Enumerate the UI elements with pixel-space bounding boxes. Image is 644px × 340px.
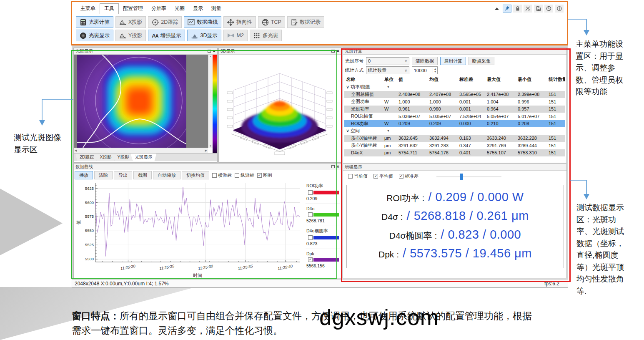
x-axis-label: 时间 bbox=[193, 273, 202, 278]
table-row[interactable]: D4σXμm5754.7115754.1760.4015755.1075753.… bbox=[344, 149, 565, 157]
slider-handle[interactable] bbox=[460, 174, 463, 180]
stat-mode-select[interactable]: 统计数量∨ bbox=[366, 66, 409, 74]
close-icon[interactable]: × bbox=[213, 49, 216, 53]
table-row[interactable]: 全图功率W1.0001.0000.0011.0040.996151 bbox=[344, 98, 565, 106]
legend-checkbox[interactable]: 图例 bbox=[257, 172, 272, 179]
table-row[interactable]: 全图总幅值2.408e+082.407e+083.565e+052.417e+0… bbox=[344, 91, 565, 98]
toggle-mean-button[interactable]: 切换均值 bbox=[182, 171, 209, 179]
tab-2d-track[interactable]: 2D跟踪 bbox=[75, 154, 98, 161]
table-row[interactable]: ROI功率W0.2090.2090.0000.2100.208151 bbox=[344, 120, 565, 128]
table-cell: 0.347 bbox=[459, 143, 487, 148]
button-label: 光斑计算 bbox=[89, 19, 110, 26]
horizontal-scrollbar[interactable]: ◀▶ bbox=[74, 148, 208, 153]
lock-button[interactable] bbox=[513, 5, 522, 13]
save-button[interactable] bbox=[534, 5, 543, 13]
table-row[interactable]: ROI总幅值5.036e+075.035e+077.528e+045.054e+… bbox=[344, 113, 565, 120]
export-button[interactable]: 导出 bbox=[114, 171, 132, 179]
enable-calc-button[interactable]: 启用计算 bbox=[440, 57, 466, 65]
x-projection-button[interactable]: X投影 bbox=[115, 16, 146, 28]
calc-controls-row2: 统计方式 统计数量∨ 10000▲▼ bbox=[345, 66, 438, 74]
tab-y-projection[interactable]: Y投影 bbox=[113, 154, 133, 161]
m2-button[interactable]: M2 bbox=[223, 30, 248, 41]
restore-icon[interactable] bbox=[208, 50, 211, 53]
menu-tab-display[interactable]: 显示 bbox=[189, 4, 207, 14]
tcp-button[interactable]: TCP bbox=[258, 16, 285, 28]
enhance-display-button[interactable]: AA增强显示 bbox=[148, 30, 185, 41]
beam-tab-bar: 2D跟踪 X投影 Y投影 光斑显示 bbox=[74, 153, 218, 161]
table-cell: 0.960 bbox=[429, 106, 459, 111]
display-3d-button[interactable]: 3D显示 bbox=[187, 30, 221, 41]
surface-3d-plot bbox=[219, 55, 341, 162]
font-size-slider[interactable] bbox=[436, 176, 501, 177]
restore-icon[interactable] bbox=[331, 165, 335, 168]
series-checkbox[interactable] bbox=[308, 190, 313, 195]
menu-tab-aperture[interactable]: 光圈 bbox=[170, 4, 189, 14]
pointing-icon bbox=[227, 19, 234, 26]
legend-name: D4σ bbox=[306, 206, 339, 211]
legend-item: D4σ椭圆率 0.823 bbox=[306, 226, 340, 249]
tab-beam-display[interactable]: 光斑显示 bbox=[130, 154, 156, 161]
beam-calc-button[interactable]: 光斑计算 bbox=[76, 16, 113, 28]
legend-value: 5268.781 bbox=[306, 218, 339, 223]
svg-text:5575: 5575 bbox=[85, 214, 94, 219]
current-value-checkbox[interactable]: 当前值 bbox=[348, 173, 368, 179]
table-row[interactable]: 质心Y轴坐标μm3291.6323291.2830.3473291.769328… bbox=[344, 142, 565, 149]
pointing-button[interactable]: 指向性 bbox=[223, 16, 256, 28]
beam-display-button[interactable]: 光斑显示 bbox=[76, 30, 113, 41]
group-row[interactable]: ∨ 功率/能量▼ bbox=[344, 83, 565, 91]
cut-button[interactable] bbox=[524, 5, 532, 13]
main-area: 光斑显示 × bbox=[72, 45, 568, 279]
caption-bold: 窗口特点： bbox=[72, 310, 120, 321]
menu-tab-config[interactable]: 配置管理 bbox=[119, 4, 147, 14]
h-cursor-checkbox[interactable]: 横游标 bbox=[212, 172, 232, 179]
table-cell: 5755.107 bbox=[487, 150, 518, 155]
vertical-scrollbar[interactable]: ▲▼ bbox=[208, 55, 213, 148]
series-checkbox[interactable] bbox=[308, 235, 313, 240]
collapse-button[interactable] bbox=[492, 5, 501, 13]
data-record-button[interactable]: 数据记录 bbox=[287, 16, 324, 28]
table-cell: 1.000 bbox=[429, 99, 459, 104]
data-curve-button[interactable]: 数据曲线 bbox=[184, 16, 221, 28]
table-header[interactable]: 名称单位值均值标准差最大值最小值统计数量 bbox=[344, 76, 565, 83]
clear-button[interactable]: 清除 bbox=[94, 171, 113, 179]
restore-icon[interactable] bbox=[331, 50, 335, 53]
menu-tab-main[interactable]: 主菜单 bbox=[76, 4, 100, 14]
table-cell: 0.163 bbox=[459, 136, 487, 141]
track-2d-button[interactable]: 2D跟踪 bbox=[148, 16, 182, 28]
menu-tab-resolution[interactable]: 分辨率 bbox=[147, 4, 170, 14]
info-button[interactable] bbox=[555, 5, 564, 13]
multi-spot-button[interactable]: 多光斑 bbox=[250, 30, 282, 41]
mean-value-checkbox[interactable]: 平均值 bbox=[373, 173, 393, 179]
checkbox-icon bbox=[308, 212, 313, 217]
std-value-checkbox[interactable]: 标准差 bbox=[399, 173, 418, 179]
table-cell: 7.528e+04 bbox=[459, 114, 487, 119]
pin-button[interactable] bbox=[503, 5, 511, 13]
table-row[interactable]: 质心X轴坐标μm3632.6453632.4940.1633633.240363… bbox=[344, 135, 565, 142]
close-icon[interactable]: × bbox=[337, 164, 339, 169]
seq-select[interactable]: 0∨ bbox=[366, 57, 409, 65]
beam-image-area[interactable] bbox=[74, 55, 208, 148]
close-icon[interactable]: × bbox=[337, 49, 339, 53]
stat-count-spinner[interactable]: 10000▲▼ bbox=[412, 66, 438, 74]
table-cell: 标准差 bbox=[459, 76, 487, 83]
y-projection-button[interactable]: Y投影 bbox=[115, 30, 146, 41]
menu-tab-tools[interactable]: 工具 bbox=[100, 3, 119, 14]
tab-x-projection[interactable]: X投影 bbox=[95, 154, 115, 161]
table-cell: 1.004 bbox=[487, 99, 518, 104]
v-cursor-checkbox[interactable]: 纵游标 bbox=[235, 172, 254, 179]
table-row[interactable]: 光斑功率W0.9610.9600.0010.9640.957151 bbox=[344, 106, 565, 113]
menu-tab-measure[interactable]: 测量 bbox=[207, 4, 226, 14]
series-checkbox[interactable] bbox=[308, 212, 313, 217]
enhance-display-panel: 增强显示 当前值 平均值 标准差 ROI功率 : / 0.209 / 0.000… bbox=[343, 164, 567, 278]
snapshot-button[interactable]: 截图 bbox=[133, 171, 152, 179]
table-cell: 2.407e+08 bbox=[429, 92, 459, 97]
clear-data-button[interactable]: 清除数据 bbox=[412, 57, 438, 65]
table-cell: 151 bbox=[549, 136, 565, 141]
breakpoint-button[interactable]: 断点采集 bbox=[469, 57, 494, 65]
autoscale-button[interactable]: 自动缩放 bbox=[153, 171, 180, 179]
history-button[interactable] bbox=[544, 5, 553, 13]
series-checkbox[interactable] bbox=[308, 257, 313, 262]
surface-3d-icon bbox=[191, 33, 198, 39]
play-button[interactable]: 播放 bbox=[75, 171, 93, 179]
group-row[interactable]: ∨ 空间▼ bbox=[344, 127, 565, 135]
